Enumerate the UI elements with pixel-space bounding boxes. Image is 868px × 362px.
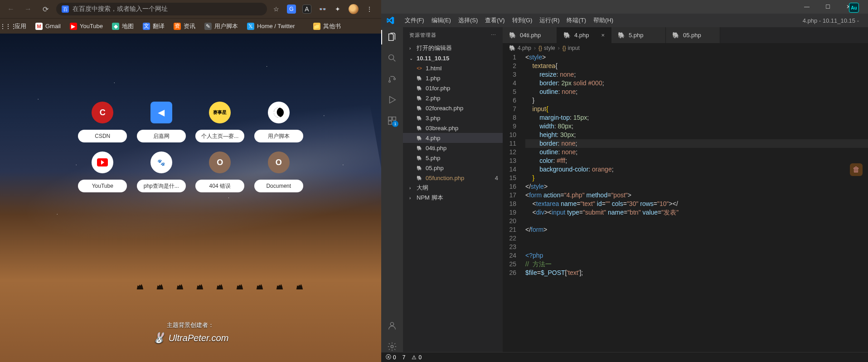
settings-icon[interactable] [387,341,398,352]
trash-icon[interactable]: 🗑 [850,163,863,176]
file-item[interactable]: 🐘01for.php [403,83,503,93]
bookmark-apps[interactable]: ⋮⋮⋮应用 [5,22,26,30]
tile-baidu[interactable]: 🐾php查询是什... [136,152,187,192]
editor-tab[interactable]: 🐘5.php [611,27,666,43]
editor-tab[interactable]: 🐘04ti.php [503,27,557,43]
sidebar-title: 资源管理器 [409,32,436,39]
menu-icon[interactable]: ⋮ [365,5,374,14]
menu-item[interactable]: 查看(V) [481,15,508,26]
audition-icon[interactable]: Au [849,3,859,13]
star-icon[interactable]: ☆ [272,5,281,14]
php-icon: 🐘 [416,164,423,171]
tile-qijia[interactable]: ◀启嘉网 [136,102,187,142]
bookmark-gmail[interactable]: MGmail [35,23,61,30]
tile-label: Document [254,180,303,192]
forward-button[interactable]: → [22,3,34,15]
titlebar: — ☐ ✕ [381,0,868,14]
bookmark-other[interactable]: 📁其他书 [313,22,341,30]
bookmark-map[interactable]: ◆地图 [112,22,134,30]
credit-logo[interactable]: 🐰UltraPeter.com [153,332,229,344]
tree-open-editors[interactable]: ›打开的编辑器 [403,43,503,53]
tile-404[interactable]: O404 错误 [195,152,246,192]
file-name: 04ti.php [426,145,503,152]
translate-ext-icon[interactable]: G [287,5,296,14]
file-item[interactable]: 🐘05function.php4 [403,173,503,183]
explorer-icon[interactable] [387,32,398,43]
code-content[interactable]: <style> textarea{ resize: none; border: … [525,53,868,352]
tile-label: 用户脚本 [254,130,303,142]
back-button[interactable]: ← [5,3,17,15]
breadcrumbs[interactable]: 🐘4.php › {}style › {}input [503,43,868,53]
editor-tabs: 🐘04ti.php🐘4.php×🐘5.php🐘05.php [503,27,868,43]
tile-document[interactable]: ODocument [253,152,304,192]
reload-button[interactable]: ⟳ [39,3,52,15]
omnibox[interactable]: 百 在百度中搜索，或者输入一个网址 [56,3,267,15]
tile-saishi[interactable]: 赛事星个人主页—赛... [195,102,246,142]
file-item[interactable]: 🐘02foreach.php [403,103,503,113]
bookmark-userscript[interactable]: ✎用户脚本 [204,22,238,30]
maximize-button[interactable]: ☐ [817,0,838,14]
qijia-icon: ◀ [150,102,172,123]
tile-csdn[interactable]: CCSDN [78,102,128,142]
reader-icon[interactable]: 👓 [318,5,327,14]
close-icon[interactable]: × [601,32,605,39]
profile-avatar[interactable] [349,4,359,14]
warning-icon: ⚠ [412,354,417,361]
ext-a-icon[interactable]: A [302,5,311,14]
file-item[interactable]: 🐘5.php [403,153,503,163]
tree-outline[interactable]: ›大纲 [403,183,503,193]
menu-item[interactable]: 文件(F) [401,15,428,26]
more-icon[interactable]: ⋯ [491,32,496,38]
youtube-icon: ▶ [70,23,77,30]
file-item[interactable]: 🐘3.php [403,113,503,123]
tile-youtube[interactable]: YouTube [78,152,128,192]
bookmark-translate[interactable]: 文翻译 [143,22,165,30]
minimize-button[interactable]: — [796,0,817,14]
run-debug-icon[interactable] [387,94,398,105]
editor-tab[interactable]: 🐘4.php× [557,27,611,43]
file-item[interactable]: 🐘04ti.php [403,143,503,153]
bookmark-news[interactable]: 资资讯 [174,22,195,30]
tile-userscript[interactable]: 用户脚本 [253,102,304,142]
file-item[interactable]: 🐘05.php [403,163,503,173]
tile-label: php查询是什... [137,180,186,192]
chrome-toolbar: ← → ⟳ 百 在百度中搜索，或者输入一个网址 ☆ G A 👓 ✦ ⋮ [0,0,381,18]
menu-item[interactable]: 转到(G) [509,15,536,26]
code-editor[interactable]: 1234567891011121314151617181920212223242… [503,53,868,352]
tree-label: NPM 脚本 [417,194,503,202]
status-warnings[interactable]: 7 [402,354,406,361]
bookmark-youtube[interactable]: ▶YouTube [70,23,103,30]
chevron-right-icon: › [558,45,560,51]
extensions-icon[interactable]: 1 [387,115,398,126]
account-icon[interactable] [387,320,398,331]
status-errors[interactable]: ⓧ0 [386,353,396,361]
bookmark-twitter[interactable]: 𝕏Home / Twitter [247,23,295,30]
menu-item[interactable]: 运行(R) [536,15,563,26]
menu-item[interactable]: 编辑(E) [428,15,455,26]
file-item[interactable]: 🐘03break.php [403,123,503,133]
bookmark-label: YouTube [80,23,103,29]
credit-name: UltraPeter.com [169,333,229,343]
source-control-icon[interactable] [387,73,398,84]
menu-item[interactable]: 选择(S) [455,15,481,26]
news-icon: 资 [174,23,181,30]
file-item[interactable]: 🐘2.php [403,93,503,103]
search-icon[interactable] [387,53,398,64]
tree-folder[interactable]: ⌄10.11_10.15 [403,53,503,63]
menu-item[interactable]: 终端(T) [563,15,590,26]
file-item[interactable]: 🐘1.php [403,73,503,83]
editor-tab[interactable]: 🐘05.php [666,27,720,43]
html-icon: <> [416,64,423,72]
php-icon: 🐘 [509,45,516,51]
extensions-icon[interactable]: ✦ [333,5,342,14]
status-info[interactable]: ⚠0 [412,354,422,361]
tree-npm[interactable]: ›NPM 脚本 [403,193,503,203]
tab-label: 4.php [574,32,589,39]
chevron-right-icon: › [409,196,414,201]
menu-item[interactable]: 帮助(H) [590,15,617,26]
bookmark-label: Gmail [45,23,61,29]
file-item[interactable]: <>1.html [403,63,503,73]
php-icon: 🐘 [416,74,423,82]
file-item[interactable]: 🐘4.php [403,133,503,143]
credit-label: 主题背景创建者： [153,321,229,329]
